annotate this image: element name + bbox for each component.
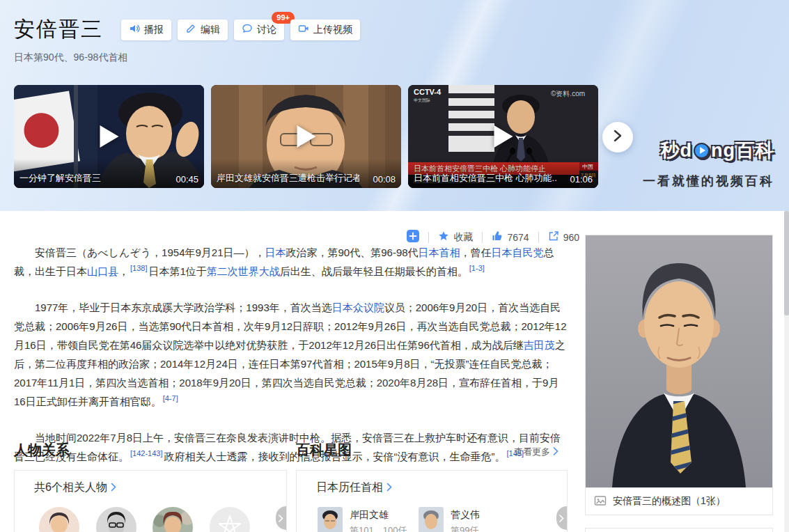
video-title: 一分钟了解安倍晋三	[19, 172, 101, 185]
overview-image-card: 安倍晋三的概述图（1张）	[585, 235, 773, 515]
watermark: ©资料.com	[551, 90, 585, 97]
chevron-right-icon	[613, 130, 623, 145]
relations-scroll-arrow[interactable]	[276, 506, 286, 530]
upload-video-button[interactable]: 上传视频	[290, 19, 360, 40]
text-segment: ，	[118, 265, 129, 277]
video-duration: 01:06	[570, 174, 593, 185]
brand-logo: 秒d ng百科	[643, 138, 774, 163]
chevron-right-icon	[559, 515, 564, 522]
relations-section-title: 人物关系	[14, 441, 70, 460]
text-segment: 后出生、战后最年轻且任期最长的首相。	[280, 265, 468, 277]
text-segment: 安倍晋三（あべしんぞう，1954年9月21日—），	[35, 247, 265, 258]
view-more-link[interactable]: 查看更多	[514, 446, 558, 458]
text-segment: 政治家，第90代、第96-98代	[286, 247, 419, 258]
video-card-1[interactable]: 一分钟了解安倍晋三 00:45	[14, 85, 204, 188]
speaker-icon	[129, 23, 140, 36]
starmap-card-header-label: 日本历任首相	[316, 480, 383, 495]
play-icon	[494, 125, 513, 148]
favorite-button[interactable]: 收藏	[438, 230, 473, 244]
starmap-entry-name[interactable]: 菅义伟	[451, 509, 480, 522]
relations-card-header[interactable]: 共6个相关人物	[34, 480, 116, 495]
chat-bubble-icon	[242, 23, 253, 36]
related-person-avatar[interactable]	[153, 507, 193, 532]
avatar-woman-pink	[39, 507, 79, 532]
summary-paragraph-1: 安倍晋三（あべしんぞう，1954年9月21日—），日本政治家，第90代、第96-…	[14, 243, 570, 281]
page-subtitle: 日本第90代、96-98代首相	[14, 52, 127, 64]
avatar-man-bw	[96, 507, 136, 532]
video-brand: 秒d ng百科 一看就懂的视频百科	[643, 138, 774, 189]
edit-button[interactable]: 编辑	[178, 19, 228, 40]
header-buttons: 播报 编辑 讨论 99+ 上传视频	[121, 19, 360, 40]
star-polygon-icon	[210, 507, 250, 532]
page-header: 安倍晋三 播报 编辑 讨论 99+ 上传视频	[14, 15, 360, 44]
text-segment: ，曾任	[460, 247, 492, 258]
video-card-3[interactable]: 日本前首相安倍晋三中枪 心肺功能停止 中国 7月8日 CCTV-4 中文国际 ©…	[408, 85, 598, 188]
video-card-2[interactable]: 岸田文雄就安倍晋三遭枪击举行记者... 00:08	[211, 85, 401, 188]
summary-text: 安倍晋三（あべしんぞう，1954年9月21日—），日本政治家，第90代、第96-…	[14, 243, 570, 483]
starmap-photo-kishida[interactable]	[318, 507, 343, 532]
starmap-entry-term: 第101、100任	[350, 524, 407, 532]
reference-link[interactable]: [138]	[130, 264, 147, 272]
broadcast-label: 播报	[144, 24, 164, 36]
share-count: 960	[563, 232, 579, 243]
page-title: 安倍晋三	[14, 15, 103, 44]
divider	[482, 232, 483, 243]
main-content: 收藏 7674 960 安倍晋三（あべしんぞう，1954年9月21日—），日本政…	[0, 211, 789, 532]
relations-card: 共6个相关人物	[14, 470, 287, 532]
starmap-card-header[interactable]: 日本历任首相	[316, 480, 392, 495]
video-duration: 00:45	[175, 174, 198, 185]
scrollbar-thumb[interactable]	[784, 211, 789, 315]
starmap-entry-term: 第99任	[451, 524, 478, 532]
sidebar-next-card	[585, 528, 773, 532]
reference-link[interactable]: [1-3]	[469, 264, 485, 272]
view-more-label: 查看更多	[514, 446, 550, 458]
inline-link[interactable]: 日本自民党	[492, 247, 544, 258]
relations-card-header-label: 共6个相关人物	[34, 480, 107, 495]
inline-link[interactable]: 日本首相	[419, 247, 460, 258]
image-icon	[594, 494, 607, 509]
starmap-photo-suga[interactable]	[419, 507, 444, 532]
share-button[interactable]: 960	[548, 230, 579, 244]
chevron-right-icon	[553, 447, 558, 457]
summary-paragraph-3: 当地时间2022年7月8日上午，安倍晋三在奈良发表演讲时中枪。据悉，安倍晋三在上…	[14, 428, 570, 466]
related-person-avatar[interactable]	[96, 507, 136, 532]
inline-link[interactable]: 第二次世界大战	[207, 265, 280, 277]
video-title: 日本前首相安倍晋三中枪 心肺功能...	[414, 172, 556, 185]
brand-tagline: 一看就懂的视频百科	[643, 173, 774, 189]
add-to-collection-button[interactable]	[407, 230, 419, 244]
favorite-label: 收藏	[453, 231, 473, 244]
overview-image-caption[interactable]: 安倍晋三的概述图（1张）	[586, 487, 772, 515]
brand-logo-suffix: ng百科	[711, 138, 774, 163]
avatar-woman-crowd	[153, 507, 193, 532]
broadcast-button[interactable]: 播报	[121, 19, 171, 40]
starmap-entry-name[interactable]: 岸田文雄	[350, 509, 389, 522]
like-button[interactable]: 7674	[492, 230, 529, 244]
discuss-label: 讨论	[257, 24, 276, 36]
divider	[428, 232, 429, 243]
related-more-avatar[interactable]	[210, 507, 250, 532]
summary-paragraph-2: 1977年，毕业于日本东京成蹊大学政治学科；1993年，首次当选日本众议院议员；…	[14, 298, 570, 411]
portrait-kishida	[318, 507, 343, 532]
brand-logo-prefix: 秒d	[661, 138, 693, 163]
inline-link[interactable]: 山口县	[87, 265, 118, 277]
reference-link[interactable]: [142-143]	[130, 449, 162, 457]
portrait-suga	[419, 507, 444, 532]
video-duration: 00:08	[373, 174, 396, 185]
video-camera-icon	[298, 23, 309, 36]
chevron-right-icon	[111, 482, 116, 494]
discuss-button[interactable]: 讨论 99+	[234, 19, 284, 40]
chevron-right-icon	[386, 482, 392, 494]
star-icon	[438, 230, 449, 244]
abe-portrait-photo[interactable]	[586, 235, 772, 487]
starmap-scroll-arrow[interactable]	[556, 506, 567, 530]
related-person-avatar[interactable]	[39, 507, 79, 532]
inline-link[interactable]: 吉田茂	[524, 339, 555, 351]
text-segment: 1977年，毕业于日本东京成蹊大学政治学科；1993年，首次当选	[35, 302, 332, 313]
upload-video-label: 上传视频	[313, 24, 352, 36]
inline-link[interactable]: 日本	[265, 247, 286, 258]
starmap-section-title: 百科星图	[296, 441, 352, 460]
inline-link[interactable]: 日本众议院	[332, 302, 384, 313]
carousel-next-button[interactable]	[602, 122, 633, 152]
reference-link[interactable]: [4-7]	[163, 394, 178, 402]
thumbs-up-icon	[492, 230, 503, 244]
